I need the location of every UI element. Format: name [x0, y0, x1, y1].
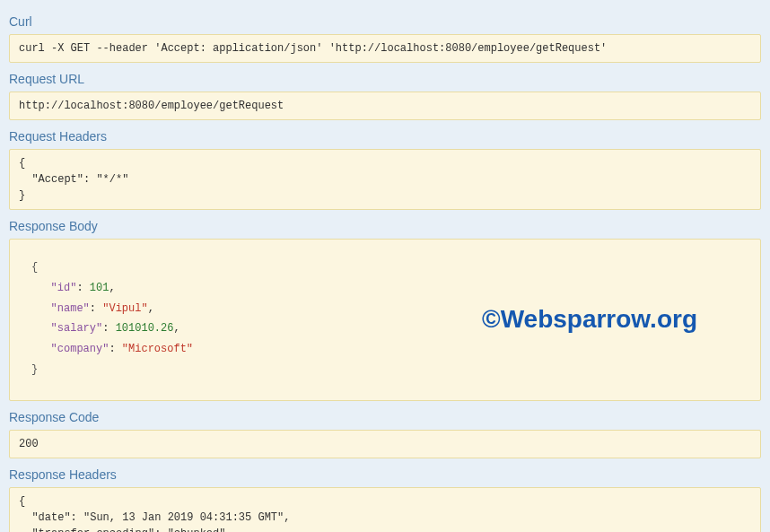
json-close-brace: }: [31, 363, 38, 376]
json-val-name: "Vipul": [102, 302, 147, 315]
response-body-content[interactable]: { "id": 101, "name": "Vipul", "salary": …: [9, 239, 761, 401]
request-headers-content[interactable]: { "Accept": "*/*" }: [9, 149, 761, 210]
watermark: ©Websparrow.org: [482, 296, 697, 344]
heading-response-headers: Response Headers: [9, 467, 761, 482]
response-code-content[interactable]: 200: [9, 430, 761, 458]
response-headers-content[interactable]: { "date": "Sun, 13 Jan 2019 04:31:35 GMT…: [9, 487, 761, 532]
json-key-name: "name": [51, 302, 90, 315]
heading-response-body: Response Body: [9, 219, 761, 233]
json-key-id: "id": [51, 282, 77, 294]
json-val-id: 101: [90, 282, 109, 294]
request-url-content[interactable]: http://localhost:8080/employee/getReques…: [9, 92, 761, 120]
heading-response-code: Response Code: [9, 410, 761, 424]
heading-request-url: Request URL: [9, 72, 761, 86]
json-key-salary: "salary": [51, 322, 103, 335]
json-val-company: "Microsoft": [122, 343, 193, 355]
curl-content[interactable]: curl -X GET --header 'Accept: applicatio…: [9, 34, 761, 63]
heading-request-headers: Request Headers: [9, 129, 761, 144]
json-key-company: "company": [51, 343, 109, 355]
heading-curl: Curl: [9, 14, 761, 29]
json-open-brace: {: [31, 261, 38, 274]
json-val-salary: 101010.26: [116, 322, 174, 335]
